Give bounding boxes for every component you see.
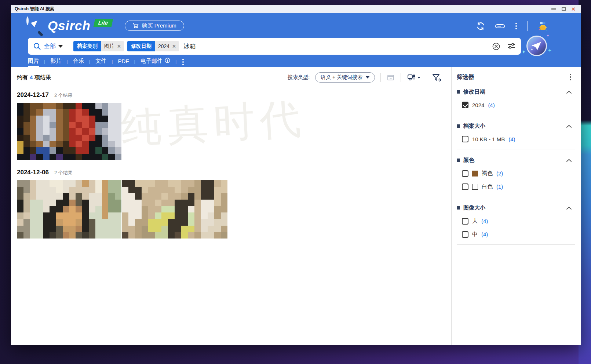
tab-label: 图片 bbox=[28, 58, 39, 65]
ai-assistant-button[interactable]: ✦ ✦ ✦ ✦ bbox=[526, 36, 547, 56]
chevron-down-icon bbox=[417, 77, 420, 79]
nas-device-icon[interactable] bbox=[495, 23, 505, 29]
filter-option-count: (1) bbox=[496, 183, 503, 190]
filter-section-header[interactable]: 图像大小 bbox=[457, 204, 575, 211]
maximize-button[interactable] bbox=[561, 7, 566, 12]
minimize-button[interactable] bbox=[551, 7, 557, 12]
search-scope-dropdown[interactable]: 全部 bbox=[44, 43, 63, 50]
chip-close-icon[interactable]: ✕ bbox=[117, 44, 121, 49]
search-icon bbox=[33, 42, 41, 50]
more-menu-icon[interactable] bbox=[515, 22, 518, 30]
filter-option[interactable]: 褐色(2) bbox=[462, 170, 575, 177]
result-group: 2024-12-062 个结果 bbox=[17, 169, 442, 239]
result-group-header: 2024-12-172 个结果 bbox=[17, 91, 442, 99]
app-logo-text: Qsirch bbox=[48, 18, 91, 33]
result-group-date: 2024-12-06 bbox=[17, 169, 49, 176]
app-box-icon[interactable] bbox=[537, 21, 548, 32]
info-icon[interactable] bbox=[165, 58, 170, 64]
result-thumbnails-row bbox=[17, 180, 442, 239]
filter-items: 10 KB - 1 MB(4) bbox=[462, 136, 575, 142]
result-group-header: 2024-12-062 个结果 bbox=[17, 169, 442, 176]
sort-options-icon[interactable] bbox=[406, 73, 420, 82]
filter-items: 大(4)中(4) bbox=[462, 218, 575, 238]
section-bullet-icon bbox=[457, 206, 460, 210]
filter-option[interactable]: 大(4) bbox=[462, 218, 575, 225]
tab-PDF[interactable]: PDF bbox=[118, 58, 129, 66]
collapse-chevron-icon[interactable] bbox=[566, 157, 572, 164]
result-group-count: 2 个结果 bbox=[54, 170, 73, 176]
desktop-wallpaper: Qsirch 智能 AI 搜索 ✕ Qsirch Lite 购买 Premi bbox=[0, 0, 591, 364]
tab-divider: | bbox=[175, 59, 176, 66]
tab-电子邮件[interactable]: 电子邮件 bbox=[141, 58, 170, 67]
collapse-chevron-icon[interactable] bbox=[566, 123, 572, 130]
filter-option-count: (4) bbox=[488, 102, 495, 108]
tabs-more-icon[interactable] bbox=[182, 58, 185, 66]
tab-音乐[interactable]: 音乐 bbox=[73, 58, 84, 67]
tab-图片[interactable]: 图片 bbox=[28, 58, 39, 67]
tab-divider: | bbox=[112, 59, 113, 66]
window-title: Qsirch 智能 AI 搜索 bbox=[11, 6, 54, 12]
collapse-chevron-icon[interactable] bbox=[566, 89, 572, 95]
filter-items: 褐色(2)白色(1) bbox=[462, 170, 575, 190]
filter-section-header[interactable]: 修改日期 bbox=[457, 88, 575, 95]
filter-option-label: 褐色 bbox=[482, 170, 493, 177]
results-count: 4 bbox=[30, 74, 33, 81]
filter-section-4: 图像大小大(4)中(4) bbox=[457, 204, 575, 245]
search-filter-chip[interactable]: 修改日期2024✕ bbox=[127, 41, 179, 51]
filter-option[interactable]: 白色(1) bbox=[462, 183, 575, 190]
tab-文件[interactable]: 文件 bbox=[95, 58, 106, 67]
chip-value-label: 2024✕ bbox=[155, 41, 179, 51]
section-bullet-icon bbox=[457, 124, 460, 128]
collapse-chevron-icon[interactable] bbox=[566, 205, 572, 211]
filter-option-label: 2024 bbox=[472, 102, 484, 108]
refresh-icon[interactable] bbox=[476, 21, 485, 31]
checkbox[interactable] bbox=[462, 231, 468, 238]
checkbox[interactable] bbox=[462, 136, 468, 142]
tab-label: 音乐 bbox=[73, 58, 84, 65]
search-query-text[interactable]: 冰箱 bbox=[183, 42, 196, 51]
checkbox-checked[interactable] bbox=[462, 102, 468, 108]
search-filter-chip[interactable]: 档案类别图片✕ bbox=[73, 41, 124, 51]
filter-items: 2024(4) bbox=[462, 102, 575, 108]
filter-option-count: (2) bbox=[496, 170, 503, 176]
section-bullet-icon bbox=[457, 159, 460, 162]
advanced-filter-icon[interactable] bbox=[507, 42, 516, 51]
toggle-filter-panel-icon[interactable] bbox=[432, 73, 442, 82]
filter-option[interactable]: 中(4) bbox=[462, 231, 575, 238]
result-thumbnails-row bbox=[17, 103, 442, 160]
filter-section-header[interactable]: 档案大小 bbox=[457, 123, 575, 130]
filter-option[interactable]: 2024(4) bbox=[462, 102, 575, 108]
sparkle-icon: ✦ bbox=[548, 48, 552, 53]
close-button[interactable]: ✕ bbox=[570, 7, 576, 12]
filter-option-count: (4) bbox=[481, 231, 488, 237]
search-type-label: 搜索类型: bbox=[288, 74, 310, 81]
checkbox[interactable] bbox=[462, 218, 468, 225]
filter-option[interactable]: 10 KB - 1 MB(4) bbox=[462, 136, 575, 142]
image-result-thumbnail[interactable] bbox=[17, 180, 121, 239]
chevron-down-icon bbox=[366, 76, 369, 79]
clear-search-icon[interactable] bbox=[492, 42, 500, 51]
chip-value-label: 图片✕ bbox=[101, 41, 124, 51]
search-type-dropdown[interactable]: 语义 + 关键词搜索 bbox=[315, 72, 375, 83]
chip-key-label: 修改日期 bbox=[127, 41, 155, 51]
search-bar[interactable]: 全部 档案类别图片✕修改日期2024✕ 冰箱 bbox=[28, 38, 521, 55]
tab-label: 影片 bbox=[50, 58, 61, 65]
result-group: 2024-12-172 个结果 bbox=[17, 91, 442, 160]
qsirch-window: Qsirch 智能 AI 搜索 ✕ Qsirch Lite 购买 Premi bbox=[11, 5, 581, 345]
filter-option-count: (4) bbox=[481, 218, 488, 224]
filter-menu-icon[interactable] bbox=[569, 73, 572, 81]
filter-panel-title: 筛选器 bbox=[457, 73, 474, 81]
filter-section-header[interactable]: 颜色 bbox=[457, 157, 575, 164]
archive-icon[interactable] bbox=[386, 73, 395, 82]
chip-close-icon[interactable]: ✕ bbox=[172, 44, 176, 49]
sparkle-icon: ✦ bbox=[546, 34, 550, 38]
tab-divider: | bbox=[89, 59, 90, 66]
checkbox[interactable] bbox=[462, 170, 468, 177]
header-divider bbox=[527, 21, 528, 31]
image-result-thumbnail[interactable] bbox=[17, 103, 121, 160]
checkbox[interactable] bbox=[462, 183, 468, 190]
buy-premium-button[interactable]: 购买 Premium bbox=[125, 21, 184, 31]
image-result-thumbnail[interactable] bbox=[122, 180, 227, 239]
tab-影片[interactable]: 影片 bbox=[50, 58, 61, 67]
toolbar-divider bbox=[380, 73, 381, 82]
